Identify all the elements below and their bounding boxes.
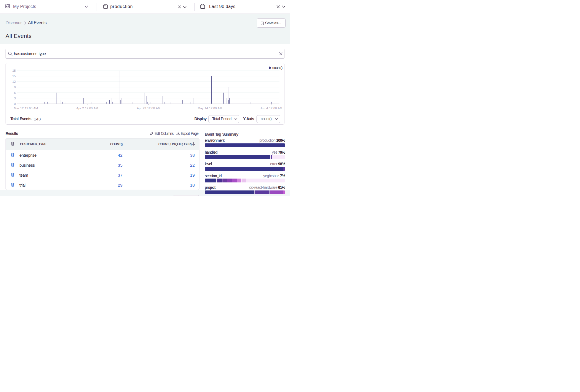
svg-text:9: 9	[14, 86, 16, 89]
svg-text:Mar 12 12:00 AM: Mar 12 12:00 AM	[14, 107, 38, 110]
svg-text:3: 3	[14, 97, 16, 100]
svg-text:Apr 2 12:00 AM: Apr 2 12:00 AM	[76, 107, 98, 110]
svg-text:15: 15	[12, 74, 16, 78]
svg-text:count(): count()	[272, 66, 283, 70]
svg-text:6: 6	[14, 91, 16, 94]
svg-text:May 14 12:00 AM: May 14 12:00 AM	[198, 107, 222, 110]
svg-text:Apr 23 12:00 AM: Apr 23 12:00 AM	[137, 107, 160, 110]
svg-text:12: 12	[12, 80, 16, 83]
svg-text:18: 18	[12, 69, 16, 72]
svg-text:0: 0	[14, 102, 16, 105]
svg-text:Jun 4 12:00 AM: Jun 4 12:00 AM	[260, 107, 282, 110]
